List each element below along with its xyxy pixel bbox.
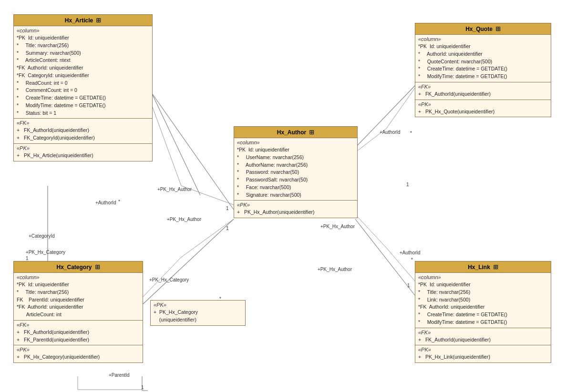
col-row: * Title: nvarchar(256) xyxy=(17,289,140,296)
col-row: * UserName: nvarchar(256) xyxy=(237,154,354,161)
fk-section-hx-category: «FK» + FK_AuthorId(uniqueidentifier) + F… xyxy=(14,321,143,346)
table-header-hx-article: Hx_Article ⊞ xyxy=(14,15,152,26)
label-pk-hx-category-left: +PK_Hx_Category xyxy=(26,250,65,255)
fk-section-hx-quote: «FK» + FK_AuthorId(uniqueidentifier) xyxy=(415,82,551,100)
label-pk-hx-author-quote: +PK_Hx_Author xyxy=(320,224,355,229)
table-title-hx-link: Hx_Link xyxy=(468,264,490,271)
fk-title-hx-category: «FK» xyxy=(17,322,140,328)
label-mult-1-quote: 1 xyxy=(406,182,409,187)
col-row: *PK Id: uniqueidentifier xyxy=(418,43,548,50)
col-row: * AuthorId: uniqueidentifier xyxy=(418,50,548,58)
col-row: * QuoteContent: nvarchar(500) xyxy=(418,58,548,66)
fk-row: + FK_AuthorId(uniqueidentifier) xyxy=(17,127,149,134)
col-row: *FK CategoryId: uniqueidentifier xyxy=(17,72,149,80)
label-categoryid-article: +CategoryId xyxy=(29,233,55,239)
table-hx-quote: Hx_Quote ⊞ «column» *PK Id: uniqueidenti… xyxy=(415,23,551,117)
table-icon-hx-link: ⊞ xyxy=(493,263,498,271)
fk-row: + FK_CategoryId(uniqueidentifier) xyxy=(17,134,149,142)
fk-row: + FK_AuthorId(uniqueidentifier) xyxy=(418,336,548,344)
col-row: * Link: nvarchar(500) xyxy=(418,296,548,304)
label-pk-hx-category: +PK_Hx_Category xyxy=(149,277,189,282)
table-title-hx-quote: Hx_Quote xyxy=(465,26,493,32)
col-row: * Summary: nvarchar(500) xyxy=(17,50,149,57)
column-section-hx-quote: «column» *PK Id: uniqueidentifier * Auth… xyxy=(415,35,551,82)
label-pk-hx-author-2: +PK_Hx_Author xyxy=(167,217,201,222)
column-section-hx-article: «column» *PK Id: uniqueidentifier * Titl… xyxy=(14,26,152,119)
fk-row: + FK_AuthorId(uniqueidentifier) xyxy=(17,329,140,336)
col-row: * Status: bit = 1 xyxy=(17,110,149,117)
pk-title-hx-author: «PK» xyxy=(237,202,354,208)
col-row: *PK Id: uniqueidentifier xyxy=(17,281,140,289)
table-icon-hx-article: ⊞ xyxy=(96,17,101,24)
column-section-hx-category: «column» *PK Id: uniqueidentifier * Titl… xyxy=(14,273,143,321)
fk-section-hx-link: «FK» + FK_AuthorId(uniqueidentifier) xyxy=(415,328,551,346)
fk-row: + FK_AuthorId(uniqueidentifier) xyxy=(418,90,548,98)
pk-section-hx-author: «PK» + PK_Hx_Author(uniqueidentifier) xyxy=(234,201,357,218)
label-mult-1-link: 1 xyxy=(407,283,410,288)
label-mult-star-article: * xyxy=(118,199,120,204)
label-parentid: +ParentId xyxy=(109,372,130,378)
table-hx-link: Hx_Link ⊞ «column» *PK Id: uniqueidentif… xyxy=(415,261,551,363)
col-row: *PK Id: uniqueidentifier xyxy=(17,34,149,42)
col-row: * Face: nvarchar(500) xyxy=(237,184,354,191)
col-row: * ModifyTime: datetime = GETDATE() xyxy=(418,319,548,326)
table-title-hx-article: Hx_Article xyxy=(65,17,93,24)
label-authorid-article: +AuthorId xyxy=(95,200,116,205)
col-row: * ArticleContent: ntext xyxy=(17,57,149,64)
label-pk-hx-author-1: +PK_Hx_Author xyxy=(157,187,192,192)
col-row: * Title: nvarchar(256) xyxy=(418,289,548,296)
label-mult-1-author2: 1 xyxy=(226,226,229,231)
col-row: ArticleCount: int xyxy=(17,311,140,319)
label-mult-1-parentid: 1 xyxy=(141,385,144,390)
col-row: *PK Id: uniqueidentifier xyxy=(418,281,548,289)
col-row: * ReadCount: int = 0 xyxy=(17,80,149,87)
column-section-hx-author: «column» *PK Id: uniqueidentifier * User… xyxy=(234,138,357,201)
table-hx-article: Hx_Article ⊞ «column» *PK Id: uniqueiden… xyxy=(13,14,153,161)
fk-title-hx-link: «FK» xyxy=(418,330,548,335)
fk-title-hx-article: «FK» xyxy=(17,120,149,126)
col-row: *FK AuthorId: uniqueidentifier xyxy=(418,303,548,311)
col-row: * Title: nvarchar(256) xyxy=(17,42,149,50)
col-row: *FK AuthorId: uniqueidentifier xyxy=(17,303,140,311)
label-mult-star-link: * xyxy=(411,257,413,262)
column-section-title-hx-link: «column» xyxy=(418,274,548,280)
col-row: * CreateTime: datetime = GETDATE() xyxy=(17,94,149,102)
col-row: * ModifyTime: datetime = GETDATE() xyxy=(418,73,548,80)
svg-line-0 xyxy=(152,93,200,195)
label-mult-star-quote: * xyxy=(410,131,412,136)
col-row: * CreateTime: datetime = GETDATE() xyxy=(418,65,548,73)
fk-section-hx-article: «FK» + FK_AuthorId(uniqueidentifier) + F… xyxy=(14,119,152,144)
fk-row: + FK_ParentId(uniqueidentifier) xyxy=(17,336,140,344)
table-hx-category-pk-box: «PK» + PK_Hx_Category (uniqueidentifier) xyxy=(150,300,246,326)
pk-title-hx-category: «PK» xyxy=(17,347,140,352)
table-title-hx-category: Hx_Category xyxy=(56,264,92,271)
table-header-hx-link: Hx_Link ⊞ xyxy=(415,261,551,273)
col-row: FK ParentId: uniqueidentifier xyxy=(17,296,140,304)
label-authorid-link: +AuthorId xyxy=(400,250,421,255)
col-row: * CreateTime: datetime = GETDATE() xyxy=(418,311,548,319)
pk-title-hx-link: «PK» xyxy=(418,347,548,352)
pk-row: + PK_Hx_Author(uniqueidentifier) xyxy=(237,209,354,216)
column-section-title-hx-author: «column» xyxy=(237,140,354,145)
svg-line-4 xyxy=(355,219,415,295)
pk-row: + PK_Hx_Category(uniqueidentifier) xyxy=(17,353,140,361)
pk-section-hx-quote: «PK» + PK_Hx_Quote(uniqueidentifier) xyxy=(415,100,551,117)
table-title-hx-author: Hx_Author xyxy=(277,129,306,136)
svg-line-1 xyxy=(152,93,234,210)
label-mult-star-category: * xyxy=(219,296,221,302)
col-row: * PasswordSalt: nvarchar(50) xyxy=(237,176,354,184)
table-header-hx-category: Hx_Category ⊞ xyxy=(14,261,143,273)
pk-title-hx-quote: «PK» xyxy=(418,101,548,107)
table-hx-category: Hx_Category ⊞ «column» *PK Id: uniqueide… xyxy=(13,261,143,363)
pk-row: + PK_Hx_Link(uniqueidentifier) xyxy=(418,353,548,361)
fk-title-hx-quote: «FK» xyxy=(418,84,548,90)
table-header-hx-quote: Hx_Quote ⊞ xyxy=(415,23,551,35)
label-mult-1-author: 1 xyxy=(226,206,229,211)
pk-section-category-box: «PK» + PK_Hx_Category (uniqueidentifier) xyxy=(151,301,245,325)
svg-line-3 xyxy=(355,86,415,148)
col-row: * CommentCount: int = 0 xyxy=(17,87,149,94)
label-authorid-quote: +AuthorId xyxy=(380,130,401,135)
table-icon-hx-quote: ⊞ xyxy=(495,25,501,32)
column-section-title-hx-quote: «column» xyxy=(418,36,548,42)
label-pk-hx-author-link: +PK_Hx_Author xyxy=(318,267,352,272)
